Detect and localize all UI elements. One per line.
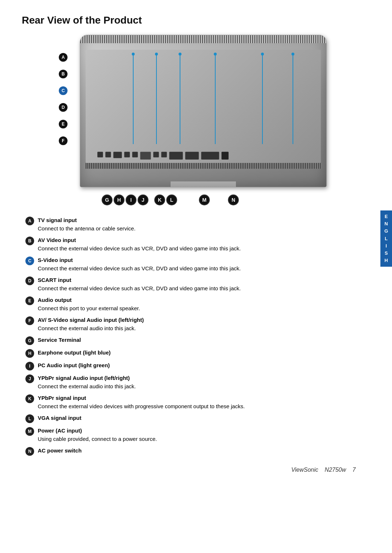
label-a-row: A — [59, 53, 68, 62]
dot-1 — [132, 53, 135, 56]
tv-rear-body — [80, 35, 327, 187]
labels-ghij-group: G H I J — [102, 194, 148, 205]
language-bar: E N G L I S H — [380, 210, 392, 267]
port-3 — [113, 152, 122, 158]
lang-g: G — [384, 228, 388, 234]
desc-title-b: AV Video input — [38, 237, 76, 243]
desc-desc-c: Connect the external video device such a… — [38, 265, 367, 273]
desc-circle-e: E — [25, 296, 34, 305]
lang-h: H — [384, 257, 388, 264]
desc-text-e: Audio output Connect this port to your e… — [38, 296, 367, 312]
desc-circle-c: C — [25, 257, 34, 265]
desc-text-d: SCART input Connect the external video d… — [38, 276, 367, 292]
lang-l: L — [385, 235, 388, 242]
desc-item-h: H Earphone output (light blue) — [25, 349, 367, 358]
port-row — [97, 152, 229, 160]
label-f-row: F — [59, 136, 68, 145]
desc-text-c: S-Video input Connect the external video… — [38, 256, 367, 273]
dot-6 — [291, 53, 294, 56]
desc-title-n: AC power switch — [38, 447, 82, 454]
connector-line-1 — [133, 53, 134, 144]
desc-text-a: TV signal input Connect to the antenna o… — [38, 216, 367, 233]
desc-title-f: AV/ S-Video signal Audio input (left/rig… — [38, 317, 144, 323]
desc-circle-i: I — [25, 362, 34, 370]
tv-stand-neck — [171, 181, 236, 187]
page-container: Rear View of the Product A B C D E F — [0, 0, 392, 488]
desc-circle-h: H — [25, 349, 34, 358]
desc-text-n: AC power switch — [38, 447, 367, 455]
desc-title-g: Service Terminal — [38, 337, 81, 343]
footer-model: N2750w — [325, 467, 346, 473]
label-d-circle: D — [59, 103, 68, 112]
desc-desc-d: Connect the external video device such a… — [38, 284, 367, 293]
desc-item-m: M Power (AC input) Using cable provided,… — [25, 427, 367, 443]
port-8 — [161, 152, 167, 157]
tv-inner-panel — [86, 50, 321, 163]
desc-title-k: YPbPr signal input — [38, 395, 86, 401]
dot-5 — [261, 53, 264, 56]
desc-text-k: YPbPr signal input Connect the external … — [38, 394, 367, 410]
desc-item-i: I PC Audio input (light green) — [25, 361, 367, 370]
desc-item-g: G Service Terminal — [25, 336, 367, 345]
desc-title-j: YPbPr signal Audio input (left/right) — [38, 375, 130, 381]
labels-n-group: N — [228, 194, 239, 205]
desc-title-d: SCART input — [38, 277, 71, 283]
port-7 — [153, 152, 159, 157]
desc-desc-f: Connect the external audio into this jac… — [38, 324, 367, 333]
desc-desc-a: Connect to the antenna or cable service. — [38, 225, 367, 233]
dot-4 — [214, 53, 217, 56]
tv-vent-bottom — [86, 163, 321, 169]
port-4 — [124, 152, 130, 157]
desc-desc-j: Connect the external audio into this jac… — [38, 382, 367, 391]
port-5 — [132, 152, 138, 157]
footer-page: 7 — [352, 467, 356, 473]
connector-line-6 — [293, 53, 293, 144]
desc-title-a: TV signal input — [38, 217, 77, 223]
label-c-row: C — [59, 86, 68, 95]
lang-n: N — [384, 221, 388, 227]
desc-item-n: N AC power switch — [25, 447, 367, 456]
tv-graphic-area: A B C D E F — [47, 35, 345, 213]
desc-title-i: PC Audio input (light green) — [38, 362, 110, 368]
port-2 — [105, 152, 111, 157]
desc-circle-a: A — [25, 217, 34, 225]
labels-kl-group: K L — [154, 194, 177, 205]
label-d-row: D — [59, 103, 68, 112]
dot-3 — [179, 53, 181, 56]
desc-desc-b: Connect the external video device such a… — [38, 245, 367, 253]
desc-text-b: AV Video input Connect the external vide… — [38, 236, 367, 253]
desc-item-b: B AV Video input Connect the external vi… — [25, 236, 367, 253]
desc-text-l: VGA signal input — [38, 414, 367, 422]
label-i-circle: I — [126, 194, 136, 205]
desc-text-i: PC Audio input (light green) — [38, 361, 367, 370]
footer-brand: ViewSonic — [291, 467, 318, 473]
label-l-circle: L — [166, 194, 177, 205]
label-c-circle: C — [59, 86, 68, 95]
port-11 — [201, 152, 219, 160]
label-n-circle: N — [228, 194, 239, 205]
desc-item-j: J YPbPr signal Audio input (left/right) … — [25, 374, 367, 390]
lang-e: E — [385, 213, 388, 220]
desc-title-c: S-Video input — [38, 257, 73, 263]
desc-circle-k: K — [25, 394, 34, 403]
desc-item-c: C S-Video input Connect the external vid… — [25, 256, 367, 273]
label-g-circle: G — [102, 194, 113, 205]
desc-item-e: E Audio output Connect this port to your… — [25, 296, 367, 312]
connector-line-2 — [156, 53, 157, 144]
connector-line-5 — [262, 53, 263, 144]
desc-text-h: Earphone output (light blue) — [38, 349, 367, 357]
bottom-labels-area: G H I J K L M N — [80, 194, 327, 205]
desc-title-m: Power (AC input) — [38, 427, 82, 434]
connector-line-3 — [180, 53, 180, 144]
label-f-circle: F — [59, 136, 68, 145]
desc-title-e: Audio output — [38, 297, 72, 303]
lang-i: I — [385, 243, 387, 249]
desc-text-f: AV/ S-Video signal Audio input (left/rig… — [38, 316, 367, 332]
desc-item-l: L VGA signal input — [25, 414, 367, 423]
desc-circle-n: N — [25, 447, 34, 456]
desc-item-f: F AV/ S-Video signal Audio input (left/r… — [25, 316, 367, 332]
label-k-circle: K — [154, 194, 165, 205]
desc-circle-f: F — [25, 316, 34, 325]
desc-title-l: VGA signal input — [38, 415, 81, 421]
desc-desc-m: Using cable provided, connect to a power… — [38, 435, 367, 443]
